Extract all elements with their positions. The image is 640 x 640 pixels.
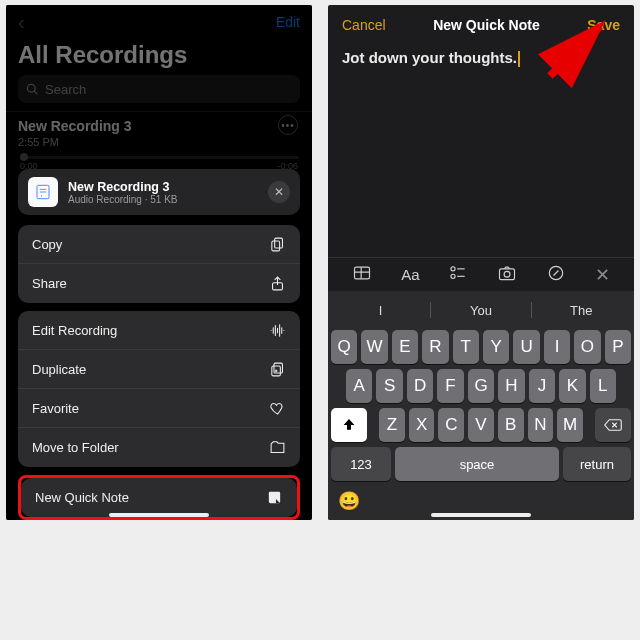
text-format-button[interactable]: Aa <box>401 266 419 283</box>
home-indicator[interactable] <box>109 513 209 517</box>
key-n[interactable]: N <box>528 408 554 442</box>
key-shift[interactable] <box>331 408 367 442</box>
svg-rect-7 <box>275 238 283 248</box>
camera-icon[interactable] <box>497 263 517 287</box>
home-indicator[interactable] <box>431 513 531 517</box>
menu-quicknote-label: New Quick Note <box>35 490 129 505</box>
menu-share[interactable]: Share <box>18 264 300 303</box>
key-h[interactable]: H <box>498 369 524 403</box>
menu-edit-recording[interactable]: Edit Recording <box>18 311 300 350</box>
modal-title: New Quick Note <box>433 17 540 33</box>
attachment-title: New Recording 3 <box>68 180 178 194</box>
share-sheet: New Recording 3 Audio Recording · 51 KB … <box>6 169 312 520</box>
svg-point-15 <box>451 274 455 278</box>
attachment-sub: Audio Recording · 51 KB <box>68 194 178 205</box>
checklist-icon[interactable] <box>448 263 468 287</box>
menu-edit-label: Edit Recording <box>32 323 117 338</box>
menu-favorite[interactable]: Favorite <box>18 389 300 428</box>
key-j[interactable]: J <box>529 369 555 403</box>
svg-rect-16 <box>500 268 515 279</box>
suggestion-3[interactable]: The <box>532 303 631 318</box>
format-toolbar: Aa ✕ <box>328 257 634 291</box>
key-o[interactable]: O <box>574 330 600 364</box>
dismiss-toolbar-button[interactable]: ✕ <box>595 264 610 286</box>
text-caret <box>518 51 520 67</box>
key-a[interactable]: A <box>346 369 372 403</box>
heart-icon <box>269 400 286 417</box>
key-q[interactable]: Q <box>331 330 357 364</box>
key-return[interactable]: return <box>563 447 631 481</box>
menu-new-quick-note[interactable]: New Quick Note <box>21 478 297 517</box>
markup-icon[interactable] <box>546 263 566 287</box>
key-p[interactable]: P <box>605 330 631 364</box>
table-icon[interactable] <box>352 263 372 287</box>
suggestion-bar: I You The <box>331 295 631 325</box>
key-s[interactable]: S <box>376 369 402 403</box>
key-u[interactable]: U <box>513 330 539 364</box>
note-text: Jot down your thoughts. <box>342 49 517 66</box>
key-z[interactable]: Z <box>379 408 405 442</box>
key-k[interactable]: K <box>559 369 585 403</box>
key-d[interactable]: D <box>407 369 433 403</box>
close-button[interactable]: ✕ <box>268 181 290 203</box>
duplicate-icon <box>269 361 286 378</box>
suggestion-1[interactable]: I <box>331 303 430 318</box>
key-g[interactable]: G <box>468 369 494 403</box>
key-123[interactable]: 123 <box>331 447 391 481</box>
svg-point-17 <box>504 271 510 277</box>
menu-move-folder[interactable]: Move to Folder <box>18 428 300 467</box>
menu-share-label: Share <box>32 276 67 291</box>
key-w[interactable]: W <box>361 330 387 364</box>
key-space[interactable]: space <box>395 447 559 481</box>
menu-copy-label: Copy <box>32 237 62 252</box>
save-button[interactable]: Save <box>587 17 620 33</box>
attachment-card: New Recording 3 Audio Recording · 51 KB … <box>18 169 300 215</box>
key-m[interactable]: M <box>557 408 583 442</box>
waveform-icon <box>269 322 286 339</box>
note-editor[interactable]: Jot down your thoughts. <box>328 45 634 71</box>
menu-duplicate-label: Duplicate <box>32 362 86 377</box>
key-i[interactable]: I <box>544 330 570 364</box>
suggestion-2[interactable]: You <box>431 303 530 318</box>
quick-note-icon <box>266 489 283 506</box>
voice-memos-screen: ‹ Edit All Recordings Search New Recordi… <box>6 5 312 520</box>
menu-duplicate[interactable]: Duplicate <box>18 350 300 389</box>
copy-icon <box>269 236 286 253</box>
key-f[interactable]: F <box>437 369 463 403</box>
menu-favorite-label: Favorite <box>32 401 79 416</box>
keyboard: I You The Q W E R T Y U I O P A S <box>328 291 634 520</box>
quick-note-screen: Cancel New Quick Note Save Jot down your… <box>328 5 634 520</box>
emoji-button[interactable]: 😀 <box>338 490 360 512</box>
key-v[interactable]: V <box>468 408 494 442</box>
menu-copy[interactable]: Copy <box>18 225 300 264</box>
key-b[interactable]: B <box>498 408 524 442</box>
share-icon <box>269 275 286 292</box>
audio-file-icon <box>28 177 58 207</box>
key-t[interactable]: T <box>453 330 479 364</box>
svg-point-14 <box>451 266 455 270</box>
folder-icon <box>269 439 286 456</box>
key-x[interactable]: X <box>409 408 435 442</box>
key-e[interactable]: E <box>392 330 418 364</box>
menu-move-label: Move to Folder <box>32 440 119 455</box>
key-r[interactable]: R <box>422 330 448 364</box>
key-backspace[interactable] <box>595 408 631 442</box>
svg-rect-10 <box>274 363 283 373</box>
key-l[interactable]: L <box>590 369 616 403</box>
key-y[interactable]: Y <box>483 330 509 364</box>
svg-rect-13 <box>355 267 370 279</box>
cancel-button[interactable]: Cancel <box>342 17 386 33</box>
key-c[interactable]: C <box>438 408 464 442</box>
svg-rect-8 <box>272 240 280 250</box>
